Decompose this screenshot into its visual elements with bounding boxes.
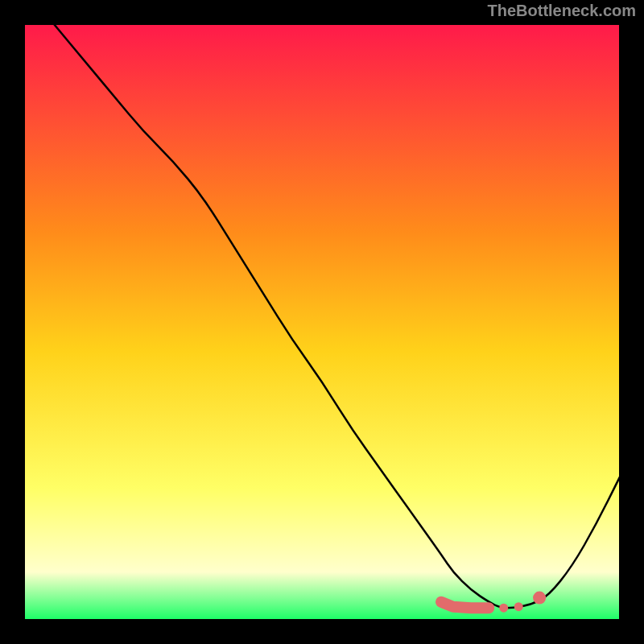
gradient-background <box>24 24 620 620</box>
highlight-dot-1 <box>499 604 508 613</box>
highlight-segment <box>441 602 489 608</box>
highlight-dot-3 <box>533 592 546 605</box>
watermark-text: TheBottleneck.com <box>488 2 636 20</box>
highlight-dot-2 <box>514 602 523 611</box>
plot-frame <box>24 24 620 620</box>
chart-svg <box>24 24 620 620</box>
